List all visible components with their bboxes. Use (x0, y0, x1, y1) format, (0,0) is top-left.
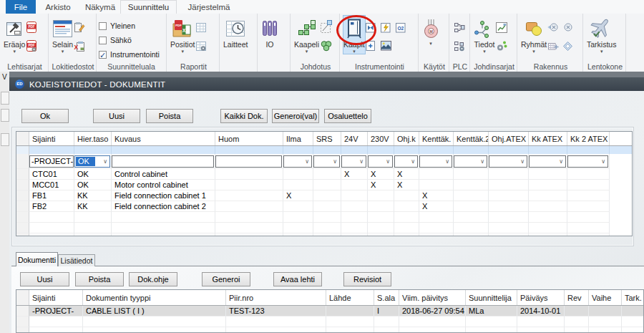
table-cell[interactable] (517, 317, 565, 327)
table-cell[interactable] (313, 212, 341, 223)
table-cell[interactable] (529, 146, 567, 154)
table-cell[interactable]: -PROJECT- (29, 306, 83, 317)
table-cell[interactable] (226, 327, 326, 333)
table-cell[interactable] (16, 317, 29, 327)
left-panel-button[interactable] (1, 92, 9, 105)
table-cell[interactable] (226, 317, 326, 327)
column-header[interactable]: Lähde (326, 290, 374, 305)
column-header[interactable]: 24V (341, 132, 368, 145)
table-cell[interactable] (394, 233, 419, 236)
table-cell[interactable]: I (374, 306, 399, 317)
flag-combo[interactable]: ∨ (283, 155, 312, 168)
button-uusi[interactable]: Uusi (20, 272, 69, 286)
table-cell[interactable]: ∨ (313, 154, 341, 169)
table-cell[interactable] (419, 146, 454, 154)
table-cell[interactable] (567, 180, 610, 190)
table-cell[interactable] (454, 233, 489, 236)
ribbon-small-button-picture[interactable] (380, 37, 392, 55)
table-cell[interactable]: OK (74, 180, 112, 190)
column-header[interactable]: Kk 2 ATEX (567, 132, 610, 145)
table-cell[interactable]: ∨ (567, 154, 610, 169)
table-cell[interactable] (283, 201, 313, 212)
ribbon-small-button-route[interactable] (319, 18, 333, 37)
table-cell[interactable]: -PROJECT- (29, 154, 74, 169)
flag-combo[interactable]: ∨ (489, 155, 527, 168)
table-cell[interactable] (454, 190, 489, 201)
table-cell[interactable] (454, 146, 489, 154)
ribbon-small-button-grid-gear[interactable] (195, 37, 207, 55)
ribbon-small-button-pdf-gear[interactable]: PDF (25, 37, 37, 55)
left-panel-button[interactable] (1, 133, 9, 146)
checkbox-sähkö[interactable]: Sähkö (99, 33, 160, 47)
table-cell[interactable] (567, 201, 610, 212)
ribbon-tab-file[interactable]: File (6, 0, 36, 14)
table-cell[interactable]: X (394, 169, 419, 180)
table-cell[interactable] (399, 327, 466, 333)
table-cell[interactable] (16, 154, 29, 169)
table-cell[interactable] (567, 212, 610, 223)
table-cell[interactable] (283, 169, 313, 180)
table-cell[interactable] (567, 146, 610, 154)
table-cell[interactable] (16, 212, 29, 223)
table-cell[interactable]: ∨ (368, 154, 394, 169)
table-cell[interactable] (16, 233, 29, 236)
table-cell[interactable]: ∨ (489, 154, 529, 169)
table-cell[interactable] (29, 317, 83, 327)
checkbox-instrumentointi[interactable]: ✓Instrumentointi (99, 47, 160, 62)
table-cell[interactable]: Field connection cabinet 1 (112, 190, 215, 201)
table-cell[interactable] (466, 327, 517, 333)
table-cell[interactable]: MLa (466, 306, 517, 317)
column-header[interactable] (16, 290, 29, 305)
table-cell[interactable] (29, 212, 74, 223)
column-header[interactable]: Tark. (622, 290, 644, 305)
table-cell[interactable] (374, 327, 399, 333)
button-generoi[interactable]: Generoi (202, 272, 250, 286)
table-cell[interactable]: CTC01 (29, 169, 74, 180)
table-cell[interactable] (83, 317, 226, 327)
table-cell[interactable]: ∨ (529, 154, 567, 169)
ribbon-small-button-gear-dots[interactable] (495, 37, 507, 55)
table-cell[interactable] (489, 169, 529, 180)
table-cell[interactable] (16, 146, 29, 154)
table-cell[interactable]: MCC01 (29, 180, 74, 190)
table-cell[interactable] (112, 146, 215, 154)
table-cell[interactable] (622, 327, 644, 333)
button-ok[interactable]: Ok (21, 109, 69, 123)
table-cell[interactable] (454, 169, 489, 180)
table-cell[interactable] (589, 317, 622, 327)
column-header[interactable]: Dokumentin tyyppi (83, 290, 226, 305)
table-cell[interactable]: Field connection cabinet 2 (112, 201, 215, 212)
table-cell[interactable]: FB1 (29, 190, 74, 201)
table-cell[interactable] (341, 146, 368, 154)
column-header[interactable]: Kuvaus (112, 132, 215, 145)
table-cell[interactable]: CABLE LIST ( I ) (83, 306, 226, 317)
table-cell[interactable] (489, 233, 529, 236)
left-panel-tab[interactable]: V (2, 73, 7, 81)
table-cell[interactable] (368, 233, 394, 236)
table-cell[interactable] (74, 212, 112, 223)
ribbon-button-ryhmat[interactable]: Ryhmät▾ (521, 16, 547, 54)
table-cell[interactable] (112, 154, 215, 169)
tab-lisatiedot[interactable]: Lisätiedot (58, 254, 95, 266)
table-cell[interactable] (454, 180, 489, 190)
column-header[interactable]: Sijainti (29, 132, 74, 145)
table-cell[interactable] (16, 327, 29, 333)
ribbon-button-kaytot[interactable]: M▾ (422, 16, 439, 46)
table-cell[interactable]: KK (74, 201, 112, 212)
table-cell[interactable] (565, 317, 589, 327)
table-cell[interactable] (283, 223, 313, 233)
button-avaa-lehti[interactable]: Avaa lehti (273, 272, 322, 286)
table-cell[interactable] (489, 146, 529, 154)
table-cell[interactable] (29, 327, 83, 333)
table-cell[interactable] (16, 180, 29, 190)
table-cell[interactable]: ∨ (341, 154, 368, 169)
table-cell[interactable] (16, 306, 29, 317)
table-cell[interactable]: OK (74, 169, 112, 180)
table-cell[interactable] (589, 306, 622, 317)
table-cell[interactable] (326, 317, 374, 327)
button-osaluettelo[interactable]: Osaluettelo (324, 109, 371, 123)
tab-dokumentti[interactable]: Dokumentti (16, 252, 58, 266)
column-header[interactable]: S.ala (374, 290, 399, 305)
ribbon-button-kaapeli[interactable]: Kaapeli▾ (294, 16, 319, 54)
column-header[interactable] (16, 132, 29, 145)
